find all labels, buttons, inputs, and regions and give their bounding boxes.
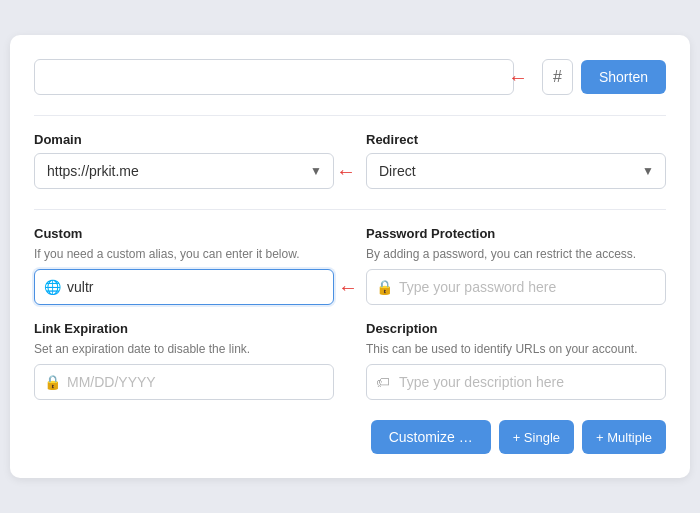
description-field: Description This can be used to identify… bbox=[366, 321, 666, 400]
custom-input-container: ← 🌐 vultr bbox=[34, 269, 334, 305]
description-input-wrap: 🏷 bbox=[366, 364, 666, 400]
custom-label: Custom bbox=[34, 226, 334, 241]
expiration-input[interactable] bbox=[34, 364, 334, 400]
url-input-wrap: https://www.vultr.com/?ref=8713550 ← bbox=[34, 59, 514, 95]
custom-alias-input[interactable]: vultr bbox=[34, 269, 334, 305]
url-input[interactable]: https://www.vultr.com/?ref=8713550 bbox=[34, 59, 514, 95]
custom-input-wrap: 🌐 vultr bbox=[34, 269, 334, 305]
divider-2 bbox=[34, 209, 666, 210]
expiration-label: Link Expiration bbox=[34, 321, 334, 336]
password-field: Password Protection By adding a password… bbox=[366, 226, 666, 305]
redirect-select[interactable]: Direct 301 302 bbox=[366, 153, 666, 189]
custom-password-row: Custom If you need a custom alias, you c… bbox=[34, 226, 666, 305]
custom-sub: If you need a custom alias, you can ente… bbox=[34, 247, 334, 261]
expiration-description-row: Link Expiration Set an expiration date t… bbox=[34, 321, 666, 400]
spacer bbox=[34, 305, 666, 321]
main-card: https://www.vultr.com/?ref=8713550 ← # S… bbox=[10, 35, 690, 478]
multiple-button[interactable]: + Multiple bbox=[582, 420, 666, 454]
customize-button[interactable]: Customize … bbox=[371, 420, 491, 454]
password-input[interactable] bbox=[366, 269, 666, 305]
expiration-sub: Set an expiration date to disable the li… bbox=[34, 342, 334, 356]
domain-redirect-row: Domain ← https://prkit.me ▼ Redirect Dir… bbox=[34, 132, 666, 189]
description-input[interactable] bbox=[366, 364, 666, 400]
hashtag-button[interactable]: # bbox=[542, 59, 573, 95]
custom-arrow-icon: ← bbox=[338, 276, 358, 299]
expiration-field: Link Expiration Set an expiration date t… bbox=[34, 321, 334, 400]
domain-arrow-icon: ← bbox=[336, 160, 356, 183]
single-button[interactable]: + Single bbox=[499, 420, 574, 454]
shorten-button[interactable]: Shorten bbox=[581, 60, 666, 94]
domain-label: Domain bbox=[34, 132, 334, 147]
redirect-label: Redirect bbox=[366, 132, 666, 147]
bottom-actions: Customize … + Single + Multiple bbox=[34, 420, 666, 454]
description-sub: This can be used to identify URLs on you… bbox=[366, 342, 666, 356]
domain-field: Domain ← https://prkit.me ▼ bbox=[34, 132, 334, 189]
url-row: https://www.vultr.com/?ref=8713550 ← # S… bbox=[34, 59, 666, 95]
domain-select-wrap: ← https://prkit.me ▼ bbox=[34, 153, 334, 189]
password-label: Password Protection bbox=[366, 226, 666, 241]
domain-select[interactable]: https://prkit.me bbox=[34, 153, 334, 189]
password-input-wrap: 🔒 bbox=[366, 269, 666, 305]
redirect-select-wrap: Direct 301 302 ▼ bbox=[366, 153, 666, 189]
redirect-field: Redirect Direct 301 302 ▼ bbox=[366, 132, 666, 189]
expiration-input-wrap: 🔒 bbox=[34, 364, 334, 400]
divider-1 bbox=[34, 115, 666, 116]
custom-field: Custom If you need a custom alias, you c… bbox=[34, 226, 334, 305]
description-label: Description bbox=[366, 321, 666, 336]
hashtag-icon: # bbox=[553, 68, 562, 86]
password-sub: By adding a password, you can restrict t… bbox=[366, 247, 666, 261]
